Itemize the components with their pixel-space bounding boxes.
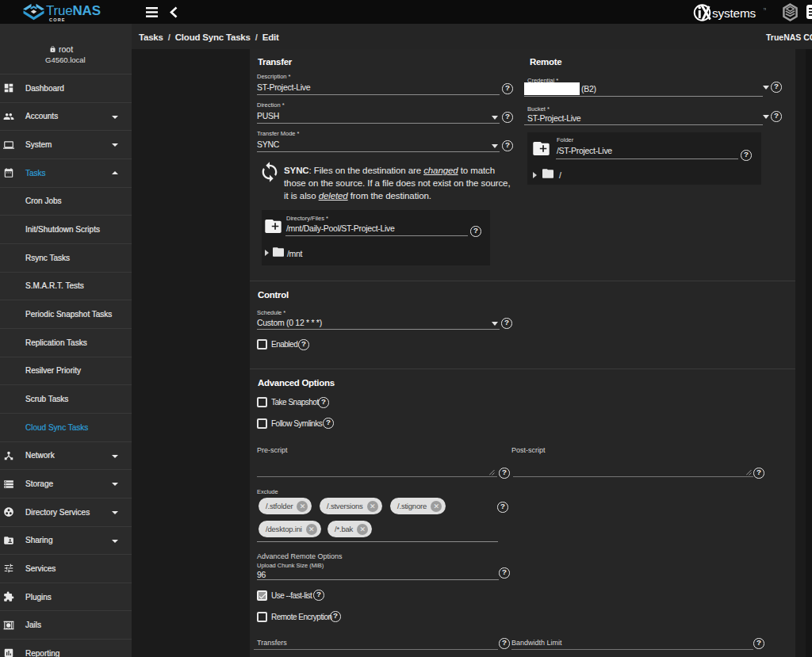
svg-text:systems: systems: [712, 6, 756, 20]
svg-text:TM: TM: [764, 8, 767, 11]
